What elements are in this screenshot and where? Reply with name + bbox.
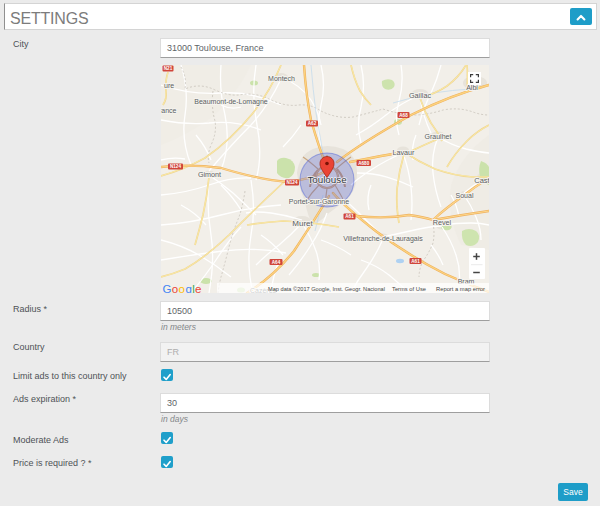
svg-text:Portet-sur-Garonne: Portet-sur-Garonne [289, 198, 349, 205]
svg-text:A68: A68 [399, 113, 408, 118]
svg-text:Report a map error: Report a map error [436, 285, 485, 292]
svg-text:A64: A64 [272, 260, 281, 265]
svg-text:N124: N124 [170, 164, 181, 169]
svg-text:Beaumont-de-Lomagne: Beaumont-de-Lomagne [194, 98, 268, 106]
svg-text:g: g [185, 283, 191, 294]
svg-text:Villefranche-de-Lauragais: Villefranche-de-Lauragais [343, 235, 423, 243]
svg-text:Gaillac: Gaillac [409, 91, 431, 100]
svg-text:Graulhet: Graulhet [425, 133, 452, 140]
svg-text:A61: A61 [411, 259, 420, 264]
svg-text:e: e [195, 283, 201, 294]
svg-text:A680: A680 [358, 161, 369, 166]
svg-text:Montech: Montech [268, 75, 295, 82]
svg-text:A62: A62 [308, 121, 317, 126]
svg-text:G: G [163, 283, 172, 294]
svg-text:rance: rance [161, 107, 177, 114]
svg-text:Lavaur: Lavaur [393, 148, 416, 157]
svg-text:A61: A61 [345, 214, 354, 219]
svg-text:o: o [179, 283, 185, 294]
svg-text:Albi: Albi [466, 84, 478, 91]
svg-text:Terms of Use: Terms of Use [392, 285, 427, 292]
svg-text:Soual: Soual [456, 192, 474, 199]
svg-text:Cast: Cast [474, 176, 489, 185]
svg-text:Revel: Revel [433, 218, 452, 227]
svg-text:Gimont: Gimont [198, 170, 221, 179]
svg-text:ure: ure [164, 82, 174, 89]
svg-text:Muret: Muret [292, 219, 313, 228]
svg-text:N124: N124 [287, 180, 298, 185]
svg-text:N21: N21 [164, 66, 173, 71]
svg-text:o: o [172, 283, 178, 294]
svg-text:Map data ©2017 Google, Inst. G: Map data ©2017 Google, Inst. Geogr. Naci… [268, 285, 385, 292]
